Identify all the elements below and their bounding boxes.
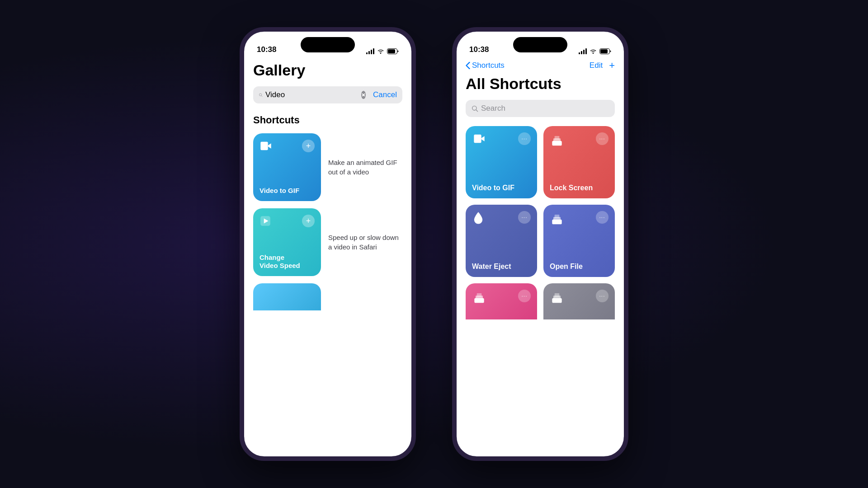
back-label: Shortcuts <box>472 61 505 70</box>
add-button[interactable]: + <box>609 60 615 71</box>
svg-marker-5 <box>268 143 271 149</box>
tile-pink-partial[interactable]: ··· <box>466 283 537 319</box>
cancel-button[interactable]: Cancel <box>373 90 397 99</box>
chevron-left-icon <box>466 62 470 69</box>
svg-rect-16 <box>555 136 560 140</box>
shortcut-row-video-speed: + ChangeVideo Speed Speed up or slow dow… <box>253 208 402 276</box>
shortcut-row-partial <box>253 283 402 310</box>
tile-header-2: ··· <box>550 132 609 147</box>
tile-label-lock-screen: Lock Screen <box>550 183 609 192</box>
right-phone: 10:38 <box>452 27 628 461</box>
tile-header-4: ··· <box>550 211 609 225</box>
video-icon-1 <box>259 140 272 152</box>
svg-line-11 <box>476 110 478 112</box>
left-phone: 10:38 Gallery <box>240 27 416 461</box>
play-icon-1 <box>259 215 271 227</box>
tile-label-open-file: Open File <box>550 262 609 271</box>
shortcuts-section-title: Shortcuts <box>253 114 402 126</box>
search-icon-right <box>471 105 478 112</box>
status-icons-left <box>366 48 399 54</box>
menu-btn-1[interactable]: ··· <box>518 132 531 145</box>
tile-lock-screen[interactable]: ··· Lock Screen <box>543 126 615 198</box>
search-placeholder-right: Search <box>481 104 505 113</box>
tile-header-5: ··· <box>472 290 531 304</box>
menu-btn-4[interactable]: ··· <box>596 211 609 224</box>
wifi-icon-left <box>377 48 384 54</box>
signal-icon-left <box>366 48 374 54</box>
dynamic-island-left <box>301 37 355 52</box>
time-right: 10:38 <box>469 45 489 54</box>
clear-search-button[interactable] <box>361 91 366 99</box>
tile-label-water-eject: Water Eject <box>472 262 531 271</box>
shortcut-row-video-gif: + Video to GIF Make an animated GIF out … <box>253 133 402 201</box>
svg-rect-19 <box>555 215 560 218</box>
nav-bar-right: Shortcuts Edit + <box>466 58 615 75</box>
all-shortcuts-screen: Shortcuts Edit + All Shortcuts Search <box>457 58 624 456</box>
menu-btn-2[interactable]: ··· <box>596 132 609 145</box>
card-label-2: ChangeVideo Speed <box>259 253 315 270</box>
shortcut-desc-1: Make an animated GIF out of a video <box>328 158 402 177</box>
tile-video-gif[interactable]: ··· Video to GIF <box>466 126 537 198</box>
svg-rect-1 <box>388 49 395 53</box>
gallery-title: Gallery <box>253 61 402 79</box>
battery-icon-right <box>599 48 611 54</box>
menu-btn-6[interactable]: ··· <box>596 290 609 302</box>
add-shortcut-btn-2[interactable]: + <box>302 215 315 227</box>
svg-rect-4 <box>260 142 268 150</box>
layers-icon-pink <box>472 290 486 304</box>
tile-header-6: ··· <box>550 290 609 304</box>
drop-icon <box>472 211 485 225</box>
signal-icon-right <box>579 48 587 54</box>
search-bar-right[interactable]: Search <box>466 100 615 117</box>
layers-icon-lock <box>550 132 564 147</box>
tile-header-3: ··· <box>472 211 531 225</box>
svg-rect-22 <box>477 293 482 297</box>
svg-rect-12 <box>474 135 481 143</box>
shortcut-card-video-speed[interactable]: + ChangeVideo Speed <box>253 208 321 276</box>
shortcuts-grid: ··· Video to GIF ··· Lock Screen <box>466 126 615 319</box>
battery-icon-left <box>387 48 399 54</box>
add-shortcut-btn-1[interactable]: + <box>302 140 315 152</box>
tile-open-file[interactable]: ··· Open File <box>543 205 615 277</box>
svg-rect-25 <box>555 293 560 297</box>
card-label-1: Video to GIF <box>259 187 315 195</box>
menu-btn-3[interactable]: ··· <box>518 211 531 224</box>
svg-marker-13 <box>481 136 485 141</box>
shortcut-card-partial[interactable] <box>253 283 321 310</box>
time-left: 10:38 <box>257 45 276 54</box>
status-icons-right <box>579 48 611 54</box>
tile-label-video-gif: Video to GIF <box>472 183 531 192</box>
wifi-icon-right <box>590 48 597 54</box>
svg-rect-9 <box>600 49 608 53</box>
layers-icon-gray <box>550 290 564 304</box>
tile-header-1: ··· <box>472 132 531 145</box>
shortcut-card-video-gif[interactable]: + Video to GIF <box>253 133 321 201</box>
gallery-screen: Gallery Cancel Shortcuts <box>244 58 411 456</box>
search-input-left[interactable] <box>265 90 361 99</box>
svg-line-3 <box>261 96 262 97</box>
all-shortcuts-title: All Shortcuts <box>466 75 615 93</box>
edit-button[interactable]: Edit <box>590 61 603 70</box>
back-button[interactable]: Shortcuts <box>466 61 505 70</box>
search-icon-left <box>259 91 263 99</box>
dynamic-island-right <box>513 37 567 52</box>
layers-icon-open <box>550 211 564 225</box>
tile-gray-partial[interactable]: ··· <box>543 283 615 319</box>
video-icon-tile <box>472 132 486 145</box>
search-bar-left[interactable]: Cancel <box>253 86 402 103</box>
tile-water-eject[interactable]: ··· Water Eject <box>466 205 537 277</box>
shortcut-desc-2: Speed up or slow down a video in Safari <box>328 233 402 252</box>
nav-actions: Edit + <box>590 60 615 71</box>
menu-btn-5[interactable]: ··· <box>518 290 531 302</box>
